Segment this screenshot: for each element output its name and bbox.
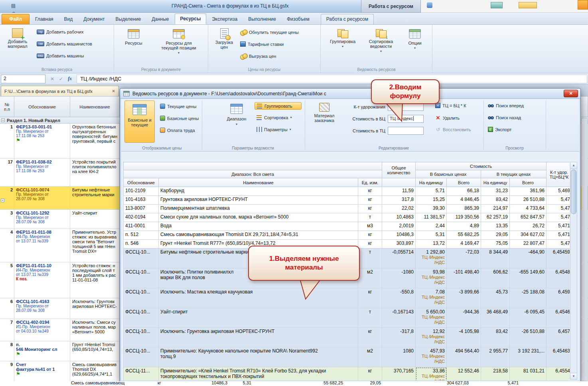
cell-base-per-unit[interactable]: 15,25 — [416, 196, 447, 205]
cell-cur-total[interactable]: 304 627,02 — [510, 231, 547, 240]
cell-cur-total[interactable]: 4 733,64 — [510, 205, 547, 213]
formula-input[interactable]: ТЦ /Индекс /НДС — [77, 75, 587, 83]
cell-base-per-unit[interactable]: 5,71 — [416, 187, 447, 196]
resource-row[interactable]: 411-0001Водам32,00192,444,8913,3526,725,… — [124, 222, 570, 231]
resource-row[interactable]: п. 512Смесь самовыравнивающая Thomisit D… — [124, 231, 570, 240]
cell-unit[interactable]: кг — [358, 288, 382, 308]
cell-name[interactable]: Применительно: Каучуковое напольное покр… — [159, 347, 358, 367]
tab-5[interactable]: Данные — [146, 14, 174, 24]
cell-k-factor[interactable]: 6,4546 — [547, 308, 570, 328]
resource-row[interactable]: ФССЦ-10...Применительно: Каучуковое напо… — [124, 347, 570, 367]
cell-unit[interactable]: кг — [358, 367, 382, 381]
add-machines-button[interactable]: маш Добавить машины — [37, 53, 84, 58]
cell-cur-per-unit[interactable]: 29,05 — [481, 231, 510, 240]
cell-cur-total[interactable]: 81 031,21 — [510, 367, 547, 381]
cell-cur-per-unit[interactable]: 606,62 — [481, 268, 510, 288]
cell-qty[interactable]: -317,8 — [382, 328, 416, 347]
cell-base-per-unit[interactable]: 7,08ТЦ /Индекс /НДС — [416, 288, 447, 308]
cell-justification[interactable]: 101-2109 — [124, 187, 159, 196]
cell-base-total[interactable]: 12 552,46 — [447, 367, 481, 381]
base-and-current-button[interactable]: Базисные и текущие — [124, 100, 155, 143]
row-justification-cell[interactable]: ФЕР11-01-038-02Пр. Минрегион от 17.11.08… — [14, 159, 70, 186]
cell-cur-total[interactable]: 26,72 — [510, 222, 547, 231]
cell-unit[interactable]: кг — [358, 231, 382, 240]
row-name-cell[interactable]: Применительно. Устр стяжек: из выравнива… — [70, 229, 120, 262]
cell-base-total[interactable]: 4 846,45 — [447, 196, 481, 205]
cell-base-total[interactable]: 494 564,40 — [447, 347, 481, 367]
col-base-prices[interactable]: В базисных ценах — [416, 170, 481, 178]
cell-justification[interactable]: ФССЦ-11... — [124, 367, 159, 381]
cell-cur-total[interactable]: -655 149,60 — [510, 268, 547, 288]
cell-k-factor[interactable]: 5,47 — [547, 196, 570, 205]
group-rows-button[interactable]: Группировать — [255, 102, 302, 110]
row-name-cell[interactable]: Устройство стяжек: н последующий слой т … — [70, 262, 120, 298]
cell-unit[interactable]: кг — [358, 240, 382, 248]
cell-cur-total[interactable]: -464,90 — [510, 248, 547, 268]
cell-qty[interactable]: -550,8 — [382, 288, 416, 308]
cell-k-factor[interactable]: 5,47 — [547, 213, 570, 222]
cell-unit[interactable]: кг — [358, 328, 382, 347]
toggle-current-prices[interactable]: Текущие цены — [158, 103, 198, 110]
tab-8[interactable]: Выполнение — [243, 14, 281, 24]
cell-base-per-unit[interactable]: 5,31 — [416, 231, 447, 240]
cell-base-per-unit[interactable]: 33,86ТЦ /Индекс /НДС — [416, 367, 447, 381]
tab-10[interactable]: Работа с ресурсом — [321, 14, 374, 24]
cell-base-total[interactable]: 4,89 — [447, 222, 481, 231]
qat-icon-0[interactable]: ▤ — [10, 2, 17, 10]
cell-k-factor[interactable]: 6,45459 — [547, 248, 570, 268]
cell-qty[interactable]: 1080 — [382, 347, 416, 367]
delete-button[interactable]: ✕ Удалить — [433, 114, 462, 122]
add-operators-button[interactable]: тзм Добавить машинистов — [37, 41, 92, 46]
col-cost[interactable]: Стоимость — [416, 162, 547, 170]
resource-row[interactable]: 113-8007Полимерцементная шпатлевкакг22,0… — [124, 205, 570, 213]
cell-qty[interactable]: -0,167143 — [382, 308, 416, 328]
cell-k-factor[interactable]: 6,4554 — [547, 367, 570, 381]
cell-name[interactable]: Исключить: Грунтовка акриловая НОРТЕКС-Г… — [159, 328, 358, 347]
cell-base-total[interactable]: -944,36 — [447, 308, 481, 328]
cell-cur-total[interactable]: 652 847,57 — [510, 213, 547, 222]
cell-unit[interactable]: т — [358, 213, 382, 222]
cell-qty[interactable]: -1080 — [382, 268, 416, 288]
cell-qty[interactable]: 11,59 — [382, 187, 416, 196]
search-forward-button[interactable]: Поиск вперед — [486, 102, 526, 109]
cell-justification[interactable]: ФССЦ-10... — [124, 308, 159, 328]
tc-equals-bc-k-button[interactable]: = ТЦ = БЦ * К — [433, 102, 468, 109]
row-justification-cell[interactable]: ФЕР11-01-011-10И4-Пр. Минрегион от 13.07… — [14, 262, 70, 298]
cell-base-total[interactable]: -101 498,40 — [447, 268, 481, 288]
cell-cur-total[interactable]: 22 807,47 — [510, 240, 547, 248]
load-prices-button[interactable]: Загрузка цен — [211, 26, 237, 50]
cell-name[interactable]: Смеси сухие для наливных полов, марка «В… — [159, 213, 358, 222]
cell-base-per-unit[interactable]: 5 650,00ТЦ /Индекс /НДС — [416, 308, 447, 328]
cell-base-per-unit[interactable]: 11 381,57 — [416, 213, 447, 222]
cell-cur-per-unit[interactable]: 83,42 — [481, 196, 510, 205]
cell-justification[interactable]: ФССЦ-10... — [124, 248, 159, 268]
export-prices-button[interactable]: Выгрузка цен — [240, 53, 276, 59]
cell-justification[interactable]: 101-4163 — [124, 196, 159, 205]
cell-justification[interactable]: 411-0001 — [124, 222, 159, 231]
resource-row[interactable]: 402-0194Смеси сухие для наливных полов, … — [124, 213, 570, 222]
col-row-number[interactable]: № п.п — [0, 96, 14, 117]
tab-1[interactable]: Главная — [30, 14, 59, 24]
tab-2[interactable]: Вид — [59, 14, 78, 24]
cell-cur-per-unit[interactable]: 218,58 — [481, 367, 510, 381]
row-name-cell[interactable]: Битумы нефтяные строительные марки — [70, 187, 120, 209]
cell-base-total[interactable]: -3 899,66 — [447, 288, 481, 308]
resource-row[interactable]: ФССЦ-10...Исключить: Мастика клеящая кау… — [124, 288, 570, 308]
cell-cur-per-unit[interactable]: 2 955,77 — [481, 347, 510, 367]
cell-k-factor[interactable]: 6,457 — [547, 328, 570, 347]
cell-k-factor[interactable]: 5,469 — [547, 187, 570, 196]
options-button[interactable]: Опции ▾ — [403, 26, 427, 51]
cell-cur-per-unit[interactable]: 214,97 — [481, 205, 510, 213]
resources-button[interactable]: Ресурсы — [120, 26, 148, 46]
cell-base-total[interactable]: 119 350,56 — [447, 213, 481, 222]
row-name-cell[interactable]: Грунт =Henkel Tromsi (650,85/10)/4,74=13… — [70, 341, 120, 361]
cell-base-per-unit[interactable]: 2,44 — [416, 222, 447, 231]
tariff-rates-button[interactable]: Тарифные ставки — [240, 41, 284, 47]
row-name-cell[interactable]: Исключить: Грунтовк акриловая НОРТЕКС- — [70, 298, 120, 319]
cell-base-total[interactable]: -72,03 — [447, 248, 481, 268]
cell-qty[interactable]: 2,0019 — [382, 222, 416, 231]
cell-reference-box[interactable]: 2 — [1, 75, 45, 83]
row-justification-cell[interactable]: ФССЦ-402-0194И1-Пр. Минрегион от 04.03.1… — [14, 319, 70, 341]
cell-k-factor[interactable]: 6,4548 — [547, 268, 570, 288]
col-cur-per-unit[interactable]: На единицу — [481, 178, 510, 187]
